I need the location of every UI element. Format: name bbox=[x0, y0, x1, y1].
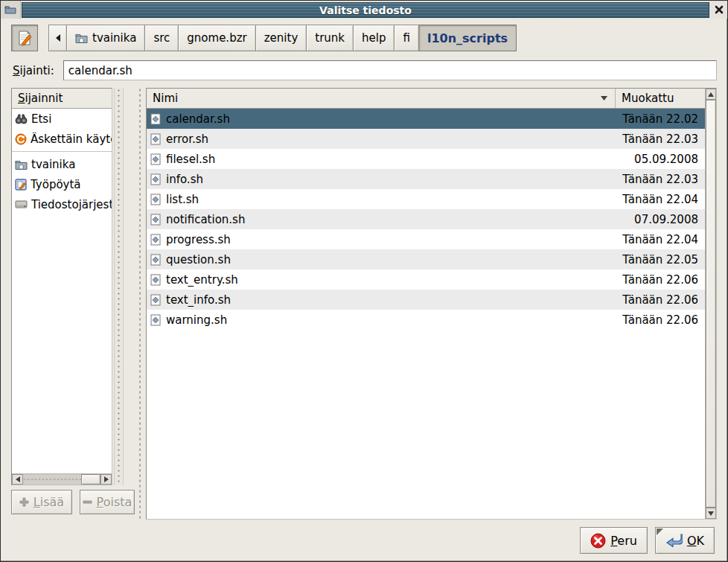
path-button-tvainika[interactable]: tvainika bbox=[67, 25, 145, 51]
file-date: Tänään 22.03 bbox=[615, 173, 705, 186]
ok-button[interactable]: OK bbox=[655, 527, 715, 554]
path-button-trunk[interactable]: trunk bbox=[307, 25, 354, 51]
chevron-left-icon bbox=[55, 34, 61, 42]
add-rest: isää bbox=[40, 495, 64, 509]
shell-script-file-icon bbox=[150, 194, 161, 205]
file-name: error.sh bbox=[166, 132, 610, 146]
shell-script-file-icon bbox=[150, 153, 161, 165]
shell-script-file-icon bbox=[150, 254, 161, 266]
file-name: filesel.sh bbox=[166, 153, 610, 166]
window-menu-button[interactable] bbox=[1, 1, 21, 19]
file-row-text-info-sh[interactable]: text_info.sh Tänään 22.06 bbox=[147, 290, 705, 310]
column-header-name[interactable]: Nimi bbox=[147, 89, 616, 108]
file-name: warning.sh bbox=[166, 313, 610, 327]
path-toolbar: tvainika src gnome.bzr zenity trunk help… bbox=[1, 19, 727, 56]
path-back-button[interactable] bbox=[48, 25, 67, 51]
remove-mnemonic: P bbox=[97, 495, 103, 509]
file-row-question-sh[interactable]: question.sh Tänään 22.05 bbox=[147, 249, 705, 269]
places-header-rest: ijainnit bbox=[25, 92, 63, 105]
dialog-action-area: Peru OK bbox=[1, 520, 727, 561]
location-label: Sijainti: bbox=[13, 64, 54, 77]
scroll-right-button[interactable] bbox=[100, 474, 112, 485]
harddrive-icon bbox=[15, 199, 28, 209]
path-button-fi[interactable]: fi bbox=[395, 25, 418, 51]
ok-mnemonic: O bbox=[687, 534, 697, 548]
place-label: Työpöytä bbox=[31, 178, 81, 191]
type-filename-toggle[interactable] bbox=[11, 25, 38, 51]
edit-filename-icon bbox=[16, 30, 33, 46]
file-row-text-entry-sh[interactable]: text_entry.sh Tänään 22.06 bbox=[147, 269, 705, 290]
path-label: help bbox=[362, 31, 386, 45]
shell-script-file-icon bbox=[150, 113, 161, 125]
place-item-home[interactable]: tvainika bbox=[12, 154, 112, 174]
file-chooser-dialog: Valitse tiedosto bbox=[0, 0, 728, 562]
shell-script-file-icon bbox=[150, 214, 161, 226]
place-item-recently-used[interactable]: Äskettäin käytetyt bbox=[12, 129, 112, 149]
places-edit-buttons: Lisää Poista bbox=[11, 485, 135, 520]
path-button-help[interactable]: help bbox=[354, 25, 395, 51]
path-button-zenity[interactable]: zenity bbox=[256, 25, 307, 51]
scroll-down-button[interactable] bbox=[706, 508, 716, 519]
file-name: progress.sh bbox=[166, 233, 610, 246]
location-label-rest: ijainti: bbox=[20, 64, 54, 77]
scrollbar-trough[interactable] bbox=[23, 474, 100, 485]
places-vertical-scrollbar[interactable] bbox=[114, 88, 124, 485]
scroll-up-button[interactable] bbox=[706, 89, 716, 100]
arrow-right-icon bbox=[104, 476, 109, 482]
place-item-search[interactable]: Etsi bbox=[12, 109, 112, 129]
file-row-notification-sh[interactable]: notification.sh 07.09.2008 bbox=[147, 209, 705, 229]
arrow-left-icon bbox=[16, 476, 20, 482]
shell-script-file-icon bbox=[150, 314, 161, 326]
file-name: notification.sh bbox=[166, 213, 610, 226]
path-button-src[interactable]: src bbox=[145, 25, 179, 51]
places-horizontal-scrollbar[interactable] bbox=[12, 473, 112, 485]
remove-place-button[interactable]: Poista bbox=[80, 490, 135, 514]
file-name: info.sh bbox=[166, 173, 610, 186]
file-date: Tänään 22.06 bbox=[615, 313, 705, 327]
file-row-progress-sh[interactable]: progress.sh Tänään 22.04 bbox=[147, 229, 705, 249]
file-date: Tänään 22.06 bbox=[615, 273, 705, 287]
file-list-vertical-scrollbar[interactable] bbox=[705, 89, 716, 519]
file-row-warning-sh[interactable]: warning.sh Tänään 22.06 bbox=[147, 310, 705, 330]
binoculars-icon bbox=[15, 113, 28, 124]
scroll-left-button[interactable] bbox=[12, 474, 23, 485]
column-header-modified[interactable]: Muokattu bbox=[616, 89, 705, 108]
titlebar[interactable]: Valitse tiedosto bbox=[22, 2, 709, 18]
file-row-filesel-sh[interactable]: filesel.sh 05.09.2008 bbox=[147, 149, 705, 169]
path-button-gnome-bzr[interactable]: gnome.bzr bbox=[179, 25, 255, 51]
place-label: Etsi bbox=[31, 112, 51, 126]
place-label: Tiedostojärjestelmä bbox=[31, 198, 112, 211]
file-row-list-sh[interactable]: list.sh Tänään 22.04 bbox=[147, 189, 705, 209]
filename-input[interactable] bbox=[63, 60, 717, 80]
main-area: Sijainnit Etsi bbox=[1, 88, 727, 520]
path-button-l10n-scripts[interactable]: l10n_scripts bbox=[419, 25, 517, 51]
file-date: 07.09.2008 bbox=[615, 213, 705, 226]
scrollbar-thumb[interactable] bbox=[81, 474, 100, 485]
sort-descending-icon bbox=[601, 96, 607, 100]
cancel-button[interactable]: Peru bbox=[580, 527, 648, 554]
shell-script-file-icon bbox=[150, 274, 161, 286]
places-list: Sijainnit Etsi bbox=[11, 88, 112, 485]
desktop-icon bbox=[15, 179, 27, 191]
shell-script-file-icon bbox=[150, 173, 161, 185]
file-date: Tänään 22.05 bbox=[615, 253, 705, 266]
place-item-desktop[interactable]: Työpöytä bbox=[12, 174, 112, 194]
place-label: tvainika bbox=[31, 158, 75, 171]
close-button[interactable] bbox=[710, 1, 727, 19]
location-label-mnemonic: S bbox=[13, 64, 20, 77]
place-item-filesystem[interactable]: Tiedostojärjestelmä bbox=[12, 194, 112, 214]
add-place-button[interactable]: Lisää bbox=[11, 490, 72, 514]
file-name: calendar.sh bbox=[166, 112, 610, 126]
path-label: l10n_scripts bbox=[427, 31, 508, 45]
file-row-error-sh[interactable]: error.sh Tänään 22.03 bbox=[147, 129, 705, 149]
cancel-icon bbox=[590, 533, 606, 549]
default-button-marker bbox=[657, 529, 663, 535]
add-place-label: Lisää bbox=[33, 495, 64, 509]
file-row-info-sh[interactable]: info.sh Tänään 22.03 bbox=[147, 169, 705, 189]
scrollbar-thumb[interactable] bbox=[706, 100, 716, 508]
places-column-header[interactable]: Sijainnit bbox=[12, 89, 112, 109]
pane-separator[interactable] bbox=[135, 88, 146, 520]
file-row-calendar-sh[interactable]: calendar.sh Tänään 22.02 bbox=[147, 109, 705, 129]
arrow-up-icon bbox=[708, 92, 714, 97]
location-row: Sijainti: bbox=[1, 56, 727, 88]
